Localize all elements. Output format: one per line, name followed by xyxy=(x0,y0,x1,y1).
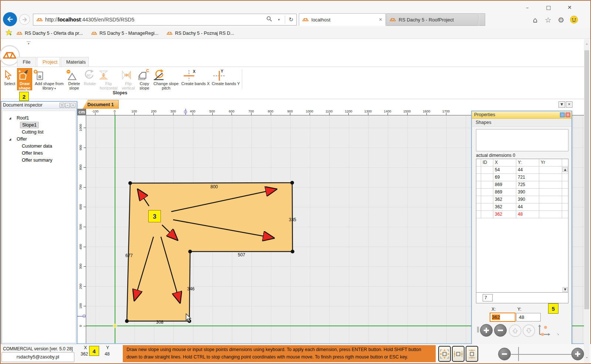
divider xyxy=(242,69,242,89)
ribbon-tab-project[interactable]: Project xyxy=(37,57,60,67)
favorite-favicon-roof xyxy=(16,31,23,35)
address-bar[interactable]: http://localhost:44305/en/RSD5/RSD5 ▾ ↻ xyxy=(33,14,297,26)
feedback-smiley-icon[interactable] xyxy=(570,16,578,24)
browser-tab-roofproject[interactable]: RS Dachy 5 - RoofProject xyxy=(386,13,479,26)
zoom-in-button[interactable] xyxy=(571,348,584,360)
draw-shape-button[interactable]: Draw shape xyxy=(17,68,32,90)
dimension-label-top: 800 xyxy=(210,184,218,189)
y-coordinate-input[interactable]: 48 xyxy=(516,313,541,321)
window-minimize-button[interactable]: – xyxy=(519,2,536,13)
point-row[interactable]: 69721 xyxy=(476,174,568,181)
tree-item-cutting-list[interactable]: Cutting list xyxy=(3,129,75,136)
copy-slope-button[interactable]: CCopy slope xyxy=(137,68,152,90)
new-tab-stub[interactable] xyxy=(479,13,485,26)
change-slope-pitch-button[interactable]: Change slope pitch xyxy=(152,68,180,90)
refresh-icon[interactable]: ↻ xyxy=(287,16,295,23)
scroll-down-icon[interactable]: ⌄ xyxy=(584,353,590,361)
point-row[interactable]: 869390 xyxy=(476,189,568,196)
canvas-close-icon[interactable]: ✕ xyxy=(566,101,573,108)
panel-minimize-icon[interactable]: ‒ xyxy=(560,112,565,117)
favorites-star-icon[interactable]: ☆ xyxy=(544,16,553,24)
point-row[interactable]: 362390 xyxy=(476,196,568,203)
panel-close-icon[interactable]: ☓ xyxy=(71,103,75,108)
svg-text:C: C xyxy=(146,69,149,73)
window-close-button[interactable]: ✕ xyxy=(561,2,578,13)
panel-close-icon[interactable]: ✕ xyxy=(565,112,570,117)
panel-minimize-icon[interactable]: ‒ xyxy=(65,103,70,108)
search-dropdown-icon[interactable]: ▾ xyxy=(275,18,283,21)
tree-expander-icon[interactable]: ◢ xyxy=(9,115,11,122)
ruler-unit-label: cm xyxy=(77,109,86,115)
actual-dimensions-label: actual dimensions 0 xyxy=(476,153,515,158)
create-bands-x-button[interactable]: XCreate bands X xyxy=(180,68,210,90)
ribbon-collapse-icon[interactable]: ▾ xyxy=(27,41,31,46)
scroll-up-icon[interactable]: ⌃ xyxy=(584,41,590,50)
table-scroll-up-icon[interactable]: ▲ xyxy=(563,167,568,172)
create-bands-y-button[interactable]: YCreate bands Y xyxy=(211,68,241,90)
button-label: Copy slope xyxy=(139,81,149,90)
browser-forward-button[interactable] xyxy=(19,14,30,25)
point-cell xyxy=(481,174,493,181)
move-point-up-button[interactable] xyxy=(509,324,521,337)
points-table[interactable]: ▲ ▼ IDXY:Yr54446972186972586939036239036… xyxy=(476,159,568,293)
settings-gear-icon[interactable]: ⚙ xyxy=(557,16,565,24)
zoom-fit-all-button[interactable] xyxy=(438,346,451,362)
tree-item-slope1[interactable]: Slope1 xyxy=(3,122,75,129)
ribbon-tab-materials[interactable]: Materials xyxy=(61,57,89,67)
points-count-input[interactable]: 7 xyxy=(483,294,493,301)
panel-menu-icon[interactable]: ▽ xyxy=(60,103,64,108)
ruler-tick-label: 700 xyxy=(79,182,82,192)
canvas-dropdown-icon[interactable]: ▼ xyxy=(558,101,565,108)
add-point-button[interactable] xyxy=(480,324,493,337)
resize-corner-icon[interactable]: ↘ xyxy=(556,332,559,336)
button-label: Flip horizontal xyxy=(100,81,118,90)
tree-item-offer-summary[interactable]: Offer summary xyxy=(3,157,75,164)
point-cell xyxy=(481,211,493,218)
table-scroll-down-icon[interactable]: ▼ xyxy=(563,287,568,292)
point-row[interactable]: 36244 xyxy=(476,203,568,211)
instruction-message: Draw new slope using mouse or input slop… xyxy=(123,345,436,362)
favorite-item[interactable]: RS Dachy 5 - Oferta dla pr... xyxy=(16,31,83,36)
favorite-item[interactable]: RS Dachy 5 - Poznaj RS D... xyxy=(166,31,234,36)
tree-item-offer[interactable]: ◢Offer xyxy=(3,136,75,143)
point-row[interactable]: 869725 xyxy=(476,181,568,189)
point-x-value: 69 xyxy=(493,174,516,181)
browser-scrollbar[interactable]: ⌃ ⌄ xyxy=(584,39,590,363)
document-tab[interactable]: Document 1 xyxy=(82,100,119,109)
axis-origin-icon[interactable] xyxy=(537,324,551,337)
search-icon[interactable] xyxy=(266,16,273,23)
home-icon[interactable]: ⌂ xyxy=(531,16,540,24)
delete-slope-button[interactable]: Delete slope xyxy=(66,68,82,90)
move-point-down-button[interactable] xyxy=(523,324,535,337)
add-favorite-icon[interactable] xyxy=(5,29,13,37)
panel-title[interactable]: Properties xyxy=(472,111,571,119)
resize-grip[interactable] xyxy=(477,327,479,333)
browser-back-button[interactable] xyxy=(3,12,17,26)
shapes-list-box[interactable] xyxy=(476,129,568,151)
tree-item-offer-lines[interactable]: Offer lines xyxy=(3,150,75,157)
browser-tab-localhost[interactable]: localhost ✕ xyxy=(299,13,386,26)
tree-expander-icon[interactable]: ◢ xyxy=(9,136,11,143)
point-row[interactable]: 5444 xyxy=(476,166,568,174)
dimension-label-bottom: 308 xyxy=(156,320,163,325)
tree-item-label: Cutting list xyxy=(22,129,43,136)
point-row[interactable]: 36248 xyxy=(476,211,568,218)
zoom-fit-width-button[interactable] xyxy=(452,346,465,362)
remove-point-button[interactable] xyxy=(494,324,507,337)
favorite-item[interactable]: RS Dachy 5 - ManageRegi... xyxy=(91,31,158,36)
x-coordinate-input[interactable]: 362 xyxy=(490,313,516,322)
zoom-slider[interactable] xyxy=(511,354,572,355)
button-label: Create bands Y xyxy=(212,81,240,86)
ribbon-tab-file[interactable]: File xyxy=(17,57,36,67)
select-button[interactable]: Select xyxy=(2,68,17,90)
point-cell xyxy=(476,181,481,188)
zoom-fit-height-button[interactable] xyxy=(466,346,478,362)
point-cell xyxy=(539,196,562,203)
scrollbar-thumb[interactable] xyxy=(584,50,589,309)
tab-close-icon[interactable]: ✕ xyxy=(379,17,382,22)
tree-item-roof1[interactable]: ◢Roof1 xyxy=(3,115,75,122)
add-shape-from-library-button[interactable]: RAdd shape from library ▾ xyxy=(33,68,65,90)
tree-item-customer-data[interactable]: Customer data xyxy=(3,143,75,150)
zoom-out-button[interactable] xyxy=(498,348,511,360)
window-maximize-button[interactable]: □ xyxy=(540,2,557,13)
